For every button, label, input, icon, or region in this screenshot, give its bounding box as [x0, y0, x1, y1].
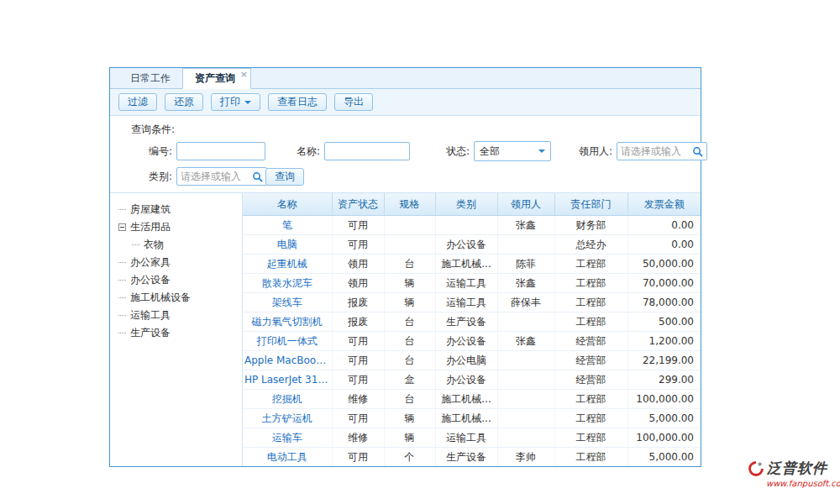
tree-branch-line — [118, 315, 126, 316]
table-cell: 台 — [384, 332, 435, 351]
column-header[interactable]: 名称 — [243, 193, 332, 216]
asset-table: 名称资产状态规格类别领用人责任部门发票金额 笔可用张鑫财务部0.00电脑可用办公… — [243, 193, 701, 466]
table-cell: 盒 — [384, 370, 435, 390]
table-cell — [384, 216, 435, 235]
tree-branch-line — [132, 244, 139, 245]
table-cell: 辆 — [384, 428, 435, 448]
asset-name-link[interactable]: HP LaserJet 31A 黑色 — [243, 370, 332, 390]
search-icon[interactable] — [692, 146, 703, 157]
table-cell: 可用 — [332, 235, 384, 255]
asset-name-link[interactable]: 架线车 — [243, 293, 332, 312]
collapse-icon[interactable] — [118, 223, 126, 231]
invoice-amount-cell: 1,200.00 — [627, 332, 701, 351]
table-cell — [497, 428, 554, 448]
export-button[interactable]: 导出 — [334, 93, 373, 111]
tree-item[interactable]: 生产设备 — [118, 324, 242, 342]
table-cell: 可用 — [332, 332, 384, 351]
asset-name-link[interactable]: 电脑 — [243, 235, 332, 255]
restore-button[interactable]: 还原 — [165, 93, 203, 111]
table-row[interactable]: 打印机一体式可用台办公设备张鑫经营部1,200.00 — [243, 332, 701, 351]
tree-item[interactable]: 运输工具 — [118, 307, 242, 324]
table-cell: 施工机械... — [435, 255, 497, 274]
table-cell: 运输工具 — [435, 274, 497, 293]
status-select[interactable]: 全部 — [474, 141, 551, 161]
search-icon[interactable] — [252, 171, 263, 182]
table-cell: 可用 — [332, 409, 384, 428]
tree-item[interactable]: 办公设备 — [118, 271, 242, 289]
print-button[interactable]: 打印 — [211, 93, 260, 111]
table-row[interactable]: 挖掘机维修台施工机械...工程部100,000.00 — [243, 390, 701, 409]
table-cell: 施工机械... — [435, 409, 497, 428]
column-header[interactable]: 资产状态 — [332, 193, 384, 216]
close-icon[interactable]: × — [240, 70, 248, 79]
asset-name-link[interactable]: Apple MacBook Pro — [243, 351, 332, 370]
table-header-row: 名称资产状态规格类别领用人责任部门发票金额 — [243, 193, 701, 216]
invoice-amount-cell: 22,199.00 — [627, 351, 701, 370]
table-cell: 工程部 — [554, 448, 627, 467]
tree-item[interactable]: 生活用品 — [118, 218, 242, 236]
table-row[interactable]: 土方铲运机可用辆施工机械...工程部5,000.00 — [243, 409, 701, 428]
tree-item[interactable]: 施工机械设备 — [118, 289, 242, 307]
table-row[interactable]: HP LaserJet 31A 黑色可用盒办公设备经营部299.00 — [243, 370, 701, 390]
asset-name-link[interactable]: 土方铲运机 — [243, 409, 332, 428]
table-cell: 辆 — [384, 274, 435, 293]
column-header[interactable]: 规格 — [384, 193, 435, 216]
table-row[interactable]: Apple MacBook Pro可用台办公电脑经营部22,199.00 — [243, 351, 701, 370]
chevron-down-icon — [244, 101, 251, 104]
tree-branch-line — [118, 333, 126, 333]
table-cell: 可用 — [332, 370, 384, 390]
table-cell: 运输工具 — [435, 293, 497, 312]
export-button-label: 导出 — [344, 95, 364, 109]
table-cell: 个 — [384, 448, 435, 467]
asset-name-link[interactable]: 起重机械 — [243, 255, 332, 274]
tab-asset-query[interactable]: 资产查询 × — [182, 68, 251, 89]
table-cell: 办公设备 — [435, 370, 497, 390]
tree-branch-line — [118, 297, 126, 298]
tab-bar: 日常工作 资产查询 × — [110, 68, 701, 89]
name-label: 名称: — [286, 144, 320, 159]
table-row[interactable]: 散装水泥车领用辆运输工具张鑫工程部70,000.00 — [243, 274, 701, 293]
table-cell: 办公设备 — [435, 235, 497, 255]
column-header[interactable]: 责任部门 — [554, 193, 627, 216]
table-cell: 工程部 — [554, 293, 627, 312]
category-tree: 房屋建筑生活用品衣物办公家具办公设备施工机械设备运输工具生产设备 — [110, 193, 243, 466]
table-cell — [497, 390, 554, 409]
table-row[interactable]: 电动工具可用个生产设备李帅工程部5,000.00 — [243, 448, 701, 467]
tree-item[interactable]: 房屋建筑 — [118, 201, 242, 218]
code-input[interactable] — [176, 142, 265, 160]
asset-name-link[interactable]: 磁力氧气切割机 — [243, 312, 332, 332]
table-cell: 辆 — [384, 409, 435, 428]
table-row[interactable]: 起重机械领用台施工机械...陈菲工程部50,000.00 — [243, 255, 701, 274]
column-header[interactable]: 类别 — [435, 193, 497, 216]
filter-button[interactable]: 过滤 — [118, 93, 157, 111]
asset-name-link[interactable]: 电动工具 — [243, 448, 332, 467]
view-log-button[interactable]: 查看日志 — [268, 93, 327, 111]
column-header[interactable]: 领用人 — [497, 193, 554, 216]
tree-item-label: 生活用品 — [130, 220, 171, 234]
name-input[interactable] — [324, 142, 410, 160]
table-cell: 台 — [384, 390, 435, 409]
asset-name-link[interactable]: 笔 — [243, 216, 332, 235]
table-row[interactable]: 架线车报废辆运输工具薛保丰工程部78,000.00 — [243, 293, 701, 312]
tree-item[interactable]: 办公家具 — [118, 254, 242, 271]
tree-branch-line — [118, 209, 126, 210]
table-row[interactable]: 运输车维修辆运输工具工程部100,000.00 — [243, 428, 701, 448]
tab-daily-work[interactable]: 日常工作 — [118, 69, 182, 88]
tree-item-label: 生产设备 — [130, 326, 171, 340]
search-button[interactable]: 查询 — [265, 168, 304, 186]
asset-name-link[interactable]: 运输车 — [243, 428, 332, 448]
tree-branch-line — [118, 262, 126, 263]
table-cell — [497, 409, 554, 428]
table-cell — [384, 235, 435, 255]
asset-name-link[interactable]: 挖掘机 — [243, 390, 332, 409]
table-row[interactable]: 电脑可用办公设备总经办0.00 — [243, 235, 701, 255]
tree-item-label: 施工机械设备 — [130, 291, 191, 305]
tree-item[interactable]: 衣物 — [118, 236, 242, 254]
asset-name-link[interactable]: 散装水泥车 — [243, 274, 332, 293]
table-row[interactable]: 磁力氧气切割机报废台生产设备工程部500.00 — [243, 312, 701, 332]
user-field-group: 领用人: — [569, 142, 707, 160]
table-row[interactable]: 笔可用张鑫财务部0.00 — [243, 216, 701, 235]
column-header[interactable]: 发票金额 — [627, 193, 701, 216]
invoice-amount-cell: 5,000.00 — [627, 448, 701, 467]
asset-name-link[interactable]: 打印机一体式 — [243, 332, 332, 351]
